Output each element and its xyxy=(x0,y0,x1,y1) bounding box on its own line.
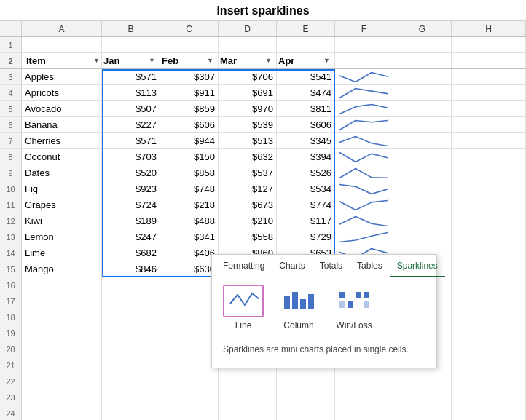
cell-d8[interactable]: $632 xyxy=(219,149,277,165)
cell-b13[interactable]: $247 xyxy=(102,229,160,245)
cell-h13[interactable] xyxy=(452,229,526,245)
cell-a10[interactable]: Fig xyxy=(22,181,102,197)
col-header-b[interactable]: B xyxy=(102,21,160,36)
cell-d5[interactable]: $970 xyxy=(219,101,277,116)
cell-e12[interactable]: $117 xyxy=(277,213,335,229)
cell-e24[interactable] xyxy=(277,405,335,420)
cell-b17[interactable] xyxy=(102,293,160,309)
cell-b3[interactable]: $571 xyxy=(102,69,160,84)
cell-c6[interactable]: $606 xyxy=(160,117,219,132)
cell-a23[interactable] xyxy=(22,389,102,405)
col-header-c[interactable]: C xyxy=(160,21,219,36)
cell-c13[interactable]: $341 xyxy=(160,229,219,245)
cell-c14[interactable]: $406 xyxy=(160,245,219,261)
cell-d13[interactable]: $558 xyxy=(219,229,277,245)
cell-a6[interactable]: Banana xyxy=(22,117,102,132)
item-dropdown-icon[interactable]: ▼ xyxy=(93,57,100,64)
cell-a15[interactable]: Mango xyxy=(22,261,102,277)
cell-d11[interactable]: $673 xyxy=(219,197,277,213)
cell-b24[interactable] xyxy=(102,405,160,420)
cell-g12[interactable] xyxy=(393,213,452,229)
cell-f24[interactable] xyxy=(335,405,393,420)
cell-d24[interactable] xyxy=(219,405,277,420)
cell-c3[interactable]: $307 xyxy=(160,69,219,84)
tab-charts[interactable]: Charts xyxy=(272,255,312,277)
cell-g11[interactable] xyxy=(393,197,452,213)
cell-a4[interactable]: Apricots xyxy=(22,85,102,100)
cell-h12[interactable] xyxy=(452,213,526,229)
cell-c1[interactable] xyxy=(160,37,219,52)
cell-c7[interactable]: $944 xyxy=(160,133,219,148)
cell-e4[interactable]: $474 xyxy=(277,85,335,100)
cell-h17[interactable] xyxy=(452,293,526,309)
cell-h8[interactable] xyxy=(452,149,526,165)
cell-e13[interactable]: $729 xyxy=(277,229,335,245)
cell-b23[interactable] xyxy=(102,389,160,405)
col-header-f[interactable]: F xyxy=(335,21,393,36)
cell-h14[interactable] xyxy=(452,245,526,261)
cell-e6[interactable]: $606 xyxy=(277,117,335,132)
cell-a8[interactable]: Coconut xyxy=(22,149,102,165)
cell-a13[interactable]: Lemon xyxy=(22,229,102,245)
cell-h22[interactable] xyxy=(452,373,526,389)
cell-g2[interactable] xyxy=(393,53,452,68)
cell-b22[interactable] xyxy=(102,373,160,389)
sparkline-column-option[interactable]: Column xyxy=(278,285,319,330)
cell-c4[interactable]: $911 xyxy=(160,85,219,100)
cell-h3[interactable] xyxy=(452,69,526,84)
cell-g4[interactable] xyxy=(393,85,452,100)
cell-g13[interactable] xyxy=(393,229,452,245)
cell-b18[interactable] xyxy=(102,309,160,325)
cell-a2[interactable]: Item ▼ xyxy=(22,53,102,68)
col-header-g[interactable]: G xyxy=(393,21,452,36)
cell-h23[interactable] xyxy=(452,389,526,405)
cell-g8[interactable] xyxy=(393,149,452,165)
cell-e22[interactable] xyxy=(277,373,335,389)
cell-b12[interactable]: $189 xyxy=(102,213,160,229)
cell-h21[interactable] xyxy=(452,357,526,373)
cell-f2[interactable] xyxy=(335,53,393,68)
cell-e5[interactable]: $811 xyxy=(277,101,335,116)
cell-b21[interactable] xyxy=(102,357,160,373)
cell-e9[interactable]: $526 xyxy=(277,165,335,181)
cell-e1[interactable] xyxy=(277,37,335,52)
cell-c11[interactable]: $218 xyxy=(160,197,219,213)
cell-b5[interactable]: $507 xyxy=(102,101,160,116)
cell-d2[interactable]: Mar ▼ xyxy=(219,53,277,68)
cell-c21[interactable] xyxy=(160,357,219,373)
cell-b19[interactable] xyxy=(102,325,160,341)
cell-c22[interactable] xyxy=(160,373,219,389)
cell-f23[interactable] xyxy=(335,389,393,405)
cell-h1[interactable] xyxy=(452,37,526,52)
feb-dropdown-icon[interactable]: ▼ xyxy=(207,57,213,64)
cell-h11[interactable] xyxy=(452,197,526,213)
cell-g1[interactable] xyxy=(393,37,452,52)
cell-g10[interactable] xyxy=(393,181,452,197)
cell-h20[interactable] xyxy=(452,341,526,357)
cell-b11[interactable]: $724 xyxy=(102,197,160,213)
cell-h7[interactable] xyxy=(452,133,526,148)
tab-sparklines[interactable]: Sparklines xyxy=(390,255,445,277)
cell-a21[interactable] xyxy=(22,357,102,373)
cell-f22[interactable] xyxy=(335,373,393,389)
cell-g5[interactable] xyxy=(393,101,452,116)
cell-b20[interactable] xyxy=(102,341,160,357)
cell-g3[interactable] xyxy=(393,69,452,84)
cell-g7[interactable] xyxy=(393,133,452,148)
cell-g24[interactable] xyxy=(393,405,452,420)
cell-h15[interactable] xyxy=(452,261,526,277)
cell-d4[interactable]: $691 xyxy=(219,85,277,100)
cell-c8[interactable]: $150 xyxy=(160,149,219,165)
cell-a16[interactable] xyxy=(22,277,102,293)
cell-a17[interactable] xyxy=(22,293,102,309)
cell-h18[interactable] xyxy=(452,309,526,325)
cell-a24[interactable] xyxy=(22,405,102,420)
cell-h9[interactable] xyxy=(452,165,526,181)
cell-d6[interactable]: $539 xyxy=(219,117,277,132)
cell-c5[interactable]: $859 xyxy=(160,101,219,116)
cell-h16[interactable] xyxy=(452,277,526,293)
tab-tables[interactable]: Tables xyxy=(350,255,390,277)
cell-b7[interactable]: $571 xyxy=(102,133,160,148)
tab-totals[interactable]: Totals xyxy=(313,255,350,277)
cell-h24[interactable] xyxy=(452,405,526,420)
